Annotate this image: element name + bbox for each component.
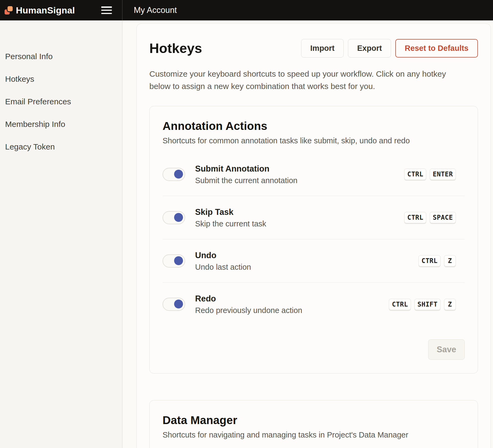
header-actions: Import Export Reset to Defaults: [301, 39, 478, 58]
keycap-ctrl[interactable]: CTRL: [404, 169, 426, 180]
hotkey-row-text: Skip Task Skip the current task: [195, 207, 266, 228]
toggle-skip-task[interactable]: [163, 211, 185, 224]
sidebar-item-membership-info[interactable]: Membership Info: [5, 119, 65, 129]
humansignal-logo-icon: [5, 6, 13, 15]
brand-name: HumanSignal: [16, 5, 75, 16]
page-description-line: below to assign a new key combination th…: [149, 80, 478, 93]
hotkey-keys[interactable]: CTRLENTER: [404, 169, 456, 180]
account-sidebar: Personal InfoHotkeysEmail PreferencesMem…: [0, 20, 122, 448]
section-subtitle: Shortcuts for navigating and managing ta…: [163, 431, 465, 439]
data-manager-section: Data Manager Shortcuts for navigating an…: [149, 400, 478, 448]
sidebar-item-personal-info[interactable]: Personal Info: [5, 52, 53, 61]
hotkey-row: Undo Undo last action CTRLZ: [163, 239, 465, 283]
hotkey-row-text: Undo Undo last action: [195, 250, 251, 272]
hotkey-row-text: Redo Redo previously undone action: [195, 294, 302, 315]
export-button[interactable]: Export: [348, 39, 391, 58]
toggle-submit-annotation[interactable]: [163, 168, 185, 181]
save-row: Save: [163, 339, 465, 360]
hotkey-title: Redo: [195, 294, 302, 304]
keycap-z[interactable]: Z: [444, 299, 456, 310]
section-subtitle: Shortcuts for common annotation tasks li…: [163, 136, 465, 145]
hotkey-row: Submit Annotation Submit the current ann…: [163, 153, 465, 196]
annotation-actions-section: Annotation Actions Shortcuts for common …: [149, 106, 478, 374]
reset-to-defaults-button[interactable]: Reset to Defaults: [395, 39, 478, 58]
sidebar-item-hotkeys[interactable]: Hotkeys: [5, 74, 34, 84]
toggle-undo[interactable]: [163, 254, 185, 268]
section-title: Annotation Actions: [163, 120, 465, 133]
hotkey-keys[interactable]: CTRLSHIFTZ: [389, 299, 456, 310]
page-title: Hotkeys: [149, 41, 202, 56]
save-button[interactable]: Save: [428, 339, 465, 360]
hotkey-row-text: Submit Annotation Submit the current ann…: [195, 164, 297, 185]
hotkey-rows: Submit Annotation Submit the current ann…: [163, 153, 465, 326]
hotkey-row: Skip Task Skip the current task CTRLSPAC…: [163, 196, 465, 239]
hotkey-description: Undo last action: [195, 262, 251, 272]
hotkey-title: Submit Annotation: [195, 164, 297, 174]
hotkeys-page-card: Hotkeys Import Export Reset to Defaults …: [136, 23, 491, 448]
keycap-ctrl[interactable]: CTRL: [418, 255, 441, 266]
toggle-knob-icon: [174, 300, 183, 308]
hotkey-keys[interactable]: CTRLSPACE: [404, 212, 456, 223]
main-content: Hotkeys Import Export Reset to Defaults …: [122, 20, 493, 448]
keycap-ctrl[interactable]: CTRL: [389, 299, 411, 310]
page-description: Customize your keyboard shortcuts to spe…: [149, 68, 478, 93]
sidebar-item-email-preferences[interactable]: Email Preferences: [5, 97, 71, 106]
keycap-shift[interactable]: SHIFT: [414, 299, 441, 310]
keycap-space[interactable]: SPACE: [430, 212, 456, 223]
keycap-ctrl[interactable]: CTRL: [404, 212, 426, 223]
brand-logo[interactable]: HumanSignal: [5, 5, 75, 16]
hotkey-row: Redo Redo previously undone action CTRLS…: [163, 283, 465, 326]
keycap-enter[interactable]: ENTER: [430, 169, 456, 180]
hotkey-description: Skip the current task: [195, 219, 266, 228]
toggle-knob-icon: [174, 170, 183, 179]
topbar-brand-section: HumanSignal: [0, 0, 122, 20]
page-description-line: Customize your keyboard shortcuts to spe…: [149, 68, 478, 80]
hotkey-description: Redo previously undone action: [195, 306, 302, 315]
hamburger-menu-icon[interactable]: [101, 6, 112, 14]
import-button[interactable]: Import: [301, 39, 344, 58]
hotkey-title: Undo: [195, 250, 251, 260]
page-header: Hotkeys Import Export Reset to Defaults: [149, 39, 478, 58]
page-breadcrumb-title: My Account: [134, 0, 177, 20]
sidebar-item-legacy-token[interactable]: Legacy Token: [5, 142, 55, 152]
toggle-knob-icon: [174, 213, 183, 222]
topbar: HumanSignal My Account: [0, 0, 493, 20]
hotkey-description: Submit the current annotation: [195, 176, 297, 185]
hotkey-keys[interactable]: CTRLZ: [418, 255, 456, 266]
keycap-z[interactable]: Z: [444, 255, 456, 266]
section-title: Data Manager: [163, 414, 465, 427]
toggle-knob-icon: [174, 256, 183, 265]
toggle-redo[interactable]: [163, 298, 185, 311]
hotkey-title: Skip Task: [195, 207, 266, 217]
